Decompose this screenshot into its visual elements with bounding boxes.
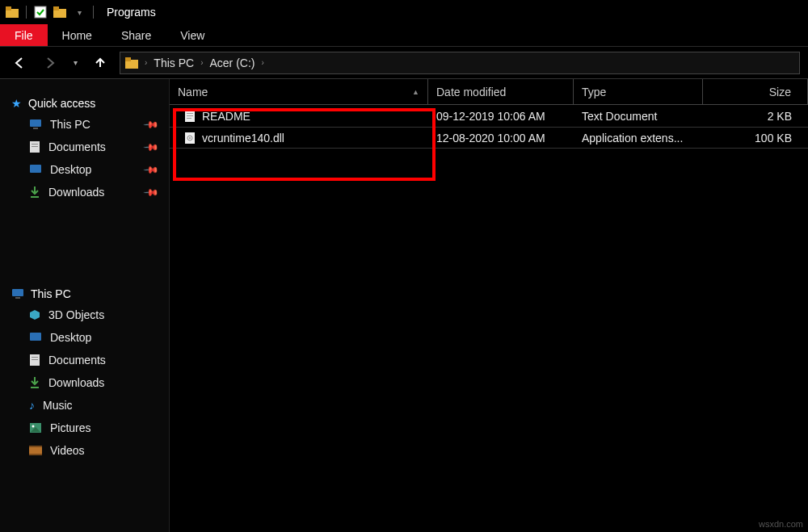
separator [26, 6, 27, 19]
folder-icon [5, 5, 19, 19]
document-icon [29, 354, 40, 367]
sidebar-item-pictures[interactable]: Pictures [0, 417, 169, 439]
sidebar-item-downloads[interactable]: Downloads 📌 [0, 181, 169, 203]
sidebar-item-label: Music [43, 399, 73, 412]
file-rows: README 09-12-2019 10:06 AM Text Document… [170, 105, 808, 149]
svg-point-34 [189, 137, 191, 139]
svg-rect-17 [30, 333, 41, 341]
breadcrumb-this-pc[interactable]: This PC [154, 57, 194, 69]
file-type: Application extens... [574, 132, 703, 145]
sidebar-item-label: Videos [50, 444, 85, 457]
sidebar-item-videos[interactable]: Videos [0, 439, 169, 462]
sidebar-item-desktop-2[interactable]: Desktop [0, 326, 169, 349]
sidebar-item-label: Documents [48, 140, 106, 153]
svg-rect-30 [187, 115, 193, 116]
column-date[interactable]: Date modified [428, 79, 574, 104]
videos-icon [29, 446, 42, 455]
pin-icon: 📌 [143, 184, 160, 201]
sidebar-item-label: 3D Objects [48, 308, 104, 321]
sidebar-item-label: Downloads [48, 376, 104, 389]
sidebar-item-this-pc[interactable]: This PC 📌 [0, 113, 169, 136]
tab-home[interactable]: Home [48, 24, 107, 46]
chevron-right-icon[interactable]: › [200, 58, 203, 67]
file-list-pane: Name ▲ Date modified Type Size README 09… [170, 79, 808, 532]
sidebar-item-desktop[interactable]: Desktop 📌 [0, 158, 169, 181]
main-pane: ★ Quick access This PC 📌 Documents 📌 Des… [0, 79, 808, 532]
svg-rect-6 [125, 57, 131, 61]
sidebar-item-label: Documents [48, 354, 106, 367]
svg-rect-20 [32, 359, 38, 360]
star-icon: ★ [11, 97, 22, 110]
up-button[interactable] [89, 52, 112, 74]
svg-rect-26 [29, 446, 42, 447]
sidebar-item-documents-2[interactable]: Documents [0, 349, 169, 371]
this-pc-label: This PC [31, 287, 71, 300]
download-icon [29, 186, 40, 199]
watermark: wsxdn.com [759, 519, 803, 529]
text-file-icon [184, 110, 196, 123]
pc-icon [29, 119, 42, 130]
file-row[interactable]: vcruntime140.dll 12-08-2020 10:00 AM App… [170, 127, 808, 149]
file-size: 2 KB [703, 110, 808, 123]
address-bar[interactable]: › This PC › Acer (C:) › [120, 52, 800, 74]
tab-view[interactable]: View [166, 24, 219, 46]
svg-rect-29 [187, 113, 193, 114]
music-icon: ♪ [29, 399, 35, 412]
desktop-icon [29, 164, 42, 175]
svg-rect-15 [15, 297, 20, 299]
svg-rect-19 [32, 357, 38, 358]
column-headers: Name ▲ Date modified Type Size [170, 79, 808, 105]
sidebar-item-downloads-2[interactable]: Downloads [0, 371, 169, 394]
sort-indicator-icon: ▲ [412, 88, 419, 96]
pin-icon: 📌 [143, 161, 160, 178]
separator [93, 6, 94, 19]
svg-marker-16 [30, 310, 40, 320]
svg-rect-14 [12, 289, 23, 296]
svg-rect-13 [31, 196, 39, 198]
sidebar-item-label: Desktop [50, 163, 91, 176]
3d-icon [29, 309, 40, 320]
this-pc-group[interactable]: This PC [0, 284, 169, 304]
svg-rect-2 [35, 6, 46, 18]
file-name: README [202, 110, 250, 123]
chevron-right-icon[interactable]: › [145, 58, 147, 67]
file-name: vcruntime140.dll [202, 132, 284, 145]
column-name-label: Name [178, 86, 208, 98]
svg-rect-31 [187, 118, 191, 119]
breadcrumb-drive[interactable]: Acer (C:) [209, 57, 255, 69]
column-size[interactable]: Size [703, 79, 808, 104]
download-icon [29, 376, 40, 389]
recent-dropdown[interactable]: ▾ [69, 52, 81, 74]
tab-share[interactable]: Share [107, 24, 166, 46]
svg-rect-11 [32, 146, 38, 147]
sidebar-item-label: Downloads [48, 186, 104, 199]
forward-button[interactable] [39, 52, 61, 74]
desktop-icon [29, 332, 42, 343]
column-name[interactable]: Name ▲ [170, 79, 428, 104]
pin-icon: 📌 [143, 139, 160, 156]
file-row[interactable]: README 09-12-2019 10:06 AM Text Document… [170, 105, 808, 127]
nav-bar: ▾ › This PC › Acer (C:) › [0, 47, 808, 79]
sidebar-item-music[interactable]: ♪ Music [0, 394, 169, 417]
sidebar-item-label: This PC [50, 118, 90, 131]
back-button[interactable] [8, 52, 31, 74]
title-bar: ▾ Programs [0, 0, 808, 24]
pin-icon: 📌 [143, 116, 160, 133]
dll-file-icon [184, 132, 196, 145]
svg-rect-21 [31, 387, 39, 388]
qat-folder-icon[interactable] [53, 5, 67, 19]
sidebar-item-3d-objects[interactable]: 3D Objects [0, 304, 169, 326]
chevron-right-icon[interactable]: › [261, 58, 263, 67]
sidebar-item-documents[interactable]: Documents 📌 [0, 136, 169, 158]
pc-icon [11, 288, 24, 300]
pictures-icon [29, 422, 42, 434]
svg-rect-10 [32, 144, 38, 145]
properties-icon[interactable] [33, 5, 48, 19]
quick-access-group[interactable]: ★ Quick access [0, 94, 169, 113]
qat-dropdown-icon[interactable]: ▾ [72, 5, 86, 19]
column-type[interactable]: Type [574, 79, 703, 104]
navigation-pane: ★ Quick access This PC 📌 Documents 📌 Des… [0, 79, 170, 532]
file-type: Text Document [574, 110, 703, 123]
file-size: 100 KB [703, 132, 808, 145]
file-tab[interactable]: File [0, 24, 48, 46]
